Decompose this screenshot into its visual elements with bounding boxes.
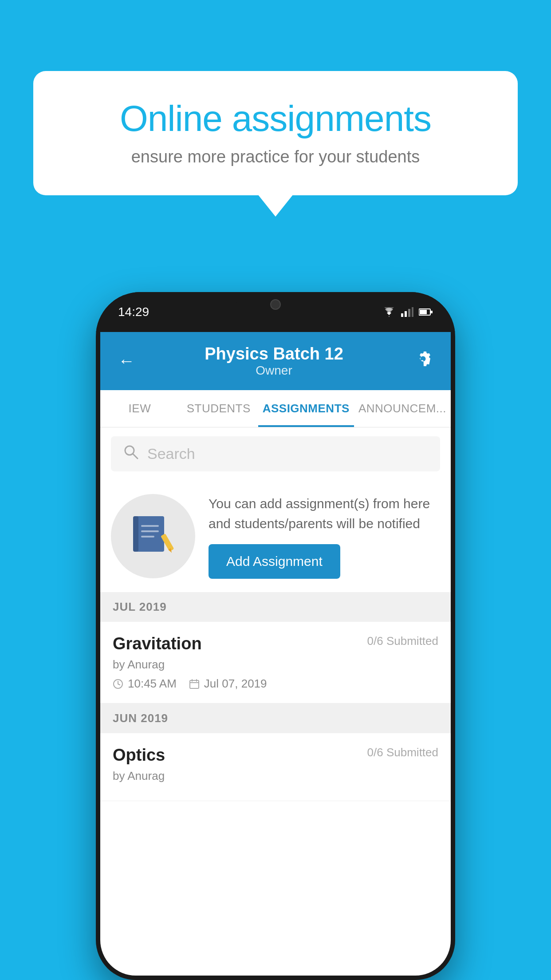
assignment-by-gravitation: by Anurag — [113, 658, 438, 672]
wifi-icon — [382, 307, 396, 317]
assignment-meta-gravitation: 10:45 AM Jul 07, 2019 — [113, 677, 438, 691]
front-camera — [270, 299, 281, 310]
battery-icon — [419, 308, 433, 316]
batch-owner-label: Owner — [205, 364, 343, 378]
svg-rect-13 — [141, 536, 154, 537]
status-bar: 14:29 — [96, 292, 455, 332]
section-jun-2019: JUN 2019 — [100, 703, 451, 733]
svg-rect-5 — [420, 310, 427, 314]
speech-bubble: Online assignments ensure more practice … — [33, 71, 518, 195]
batch-title: Physics Batch 12 — [205, 344, 343, 364]
phone-device: 14:29 — [96, 292, 455, 980]
svg-rect-3 — [412, 307, 413, 317]
assignment-submitted-gravitation: 0/6 Submitted — [367, 634, 438, 648]
svg-rect-2 — [408, 309, 410, 317]
assignment-submitted-optics: 0/6 Submitted — [367, 746, 438, 759]
svg-rect-11 — [141, 525, 159, 527]
search-placeholder-text: Search — [147, 445, 195, 462]
search-box[interactable]: Search — [111, 436, 440, 471]
calendar-icon — [189, 679, 200, 689]
assignment-top-gravitation: Gravitation 0/6 Submitted — [113, 634, 438, 653]
phone-notch — [236, 292, 315, 316]
assignment-name-gravitation: Gravitation — [113, 634, 202, 653]
svg-rect-1 — [405, 311, 407, 317]
search-icon — [123, 444, 138, 463]
header-center: Physics Batch 12 Owner — [205, 344, 343, 378]
assignment-date-text-gravitation: Jul 07, 2019 — [204, 677, 267, 691]
status-icons — [382, 307, 433, 317]
svg-line-8 — [133, 454, 138, 458]
section-jul-2019: JUL 2019 — [100, 592, 451, 622]
svg-rect-9 — [135, 516, 164, 552]
tab-assignments[interactable]: ASSIGNMENTS — [258, 390, 354, 427]
search-magnifier-icon — [123, 444, 138, 459]
tab-bar: IEW STUDENTS ASSIGNMENTS ANNOUNCEM... — [100, 390, 451, 427]
signal-icon — [401, 307, 413, 317]
settings-button[interactable] — [413, 349, 433, 373]
info-description: You can add assignment(s) from here and … — [209, 494, 440, 533]
info-right: You can add assignment(s) from here and … — [209, 494, 440, 579]
tab-announcements[interactable]: ANNOUNCEM... — [354, 390, 451, 427]
speech-bubble-title: Online assignments — [64, 98, 487, 139]
svg-rect-6 — [431, 311, 433, 313]
app-header: ← Physics Batch 12 Owner — [100, 332, 451, 390]
assignment-date-gravitation: Jul 07, 2019 — [189, 677, 267, 691]
tab-iew[interactable]: IEW — [100, 390, 179, 427]
svg-rect-0 — [401, 313, 403, 317]
svg-rect-12 — [141, 530, 159, 532]
gear-icon — [413, 349, 433, 369]
phone-screen: ← Physics Batch 12 Owner IEW STUDENTS AS… — [100, 332, 451, 976]
info-card: You can add assignment(s) from here and … — [100, 480, 451, 592]
assignment-top-optics: Optics 0/6 Submitted — [113, 746, 438, 765]
assignment-gravitation[interactable]: Gravitation 0/6 Submitted by Anurag 10:4… — [100, 622, 451, 703]
clock-icon — [113, 679, 123, 689]
notebook-icon — [129, 512, 177, 561]
back-button[interactable]: ← — [118, 352, 135, 371]
tab-students[interactable]: STUDENTS — [179, 390, 258, 427]
svg-line-18 — [118, 684, 120, 685]
add-assignment-button[interactable]: Add Assignment — [209, 544, 340, 579]
status-time: 14:29 — [118, 305, 149, 319]
speech-bubble-container: Online assignments ensure more practice … — [33, 71, 518, 195]
assignment-time-text-gravitation: 10:45 AM — [128, 677, 177, 691]
speech-bubble-subtitle: ensure more practice for your students — [64, 147, 487, 166]
svg-rect-19 — [190, 680, 199, 688]
assignment-name-optics: Optics — [113, 746, 165, 765]
search-container: Search — [100, 427, 451, 480]
phone-body: 14:29 — [96, 292, 455, 980]
assignment-time-gravitation: 10:45 AM — [113, 677, 177, 691]
assignment-by-optics: by Anurag — [113, 769, 438, 783]
assignment-optics[interactable]: Optics 0/6 Submitted by Anurag — [100, 733, 451, 801]
notebook-icon-circle — [111, 494, 195, 578]
svg-rect-10 — [133, 516, 138, 552]
